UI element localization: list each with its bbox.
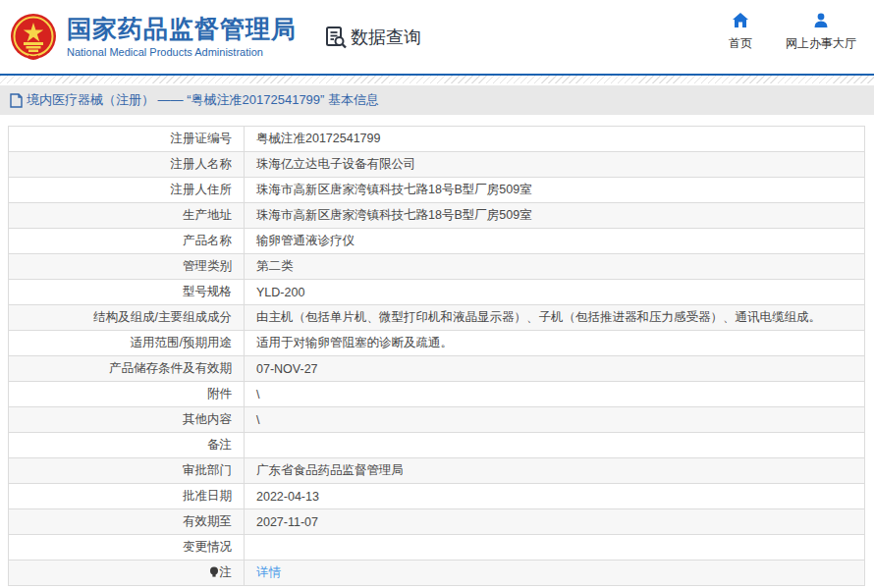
row-value: 由主机（包括单片机、微型打印机和液晶显示器）、子机（包括推进器和压力感受器）、通… (245, 305, 865, 331)
table-row: 型号规格YLD-200 (9, 280, 865, 305)
row-label: 产品储存条件及有效期 (9, 356, 245, 382)
page-header: 国家药品监督管理局 National Medical Products Admi… (0, 0, 874, 74)
row-label: 备注 (9, 433, 245, 458)
row-value: 粤械注准20172541799 (245, 127, 865, 152)
row-value: 珠海市高新区唐家湾镇科技七路18号B型厂房509室 (245, 203, 865, 229)
row-label: 附件 (9, 382, 245, 407)
row-label: 注册人住所 (9, 178, 245, 203)
table-row: 批准日期2022-04-13 (9, 484, 865, 509)
site-title-en: National Medical Products Administration (67, 46, 297, 58)
table-row: 产品储存条件及有效期07-NOV-27 (9, 356, 865, 382)
row-value: YLD-200 (245, 280, 865, 305)
table-row: 注详情 (9, 561, 865, 586)
nav-service-hall-label: 网上办事大厅 (786, 35, 856, 52)
row-value: \ (245, 407, 865, 433)
breadcrumb-text: 境内医疗器械（注册） —— “粤械注准20172541799” 基本信息 (27, 91, 379, 109)
nav-data-query-label: 数据查询 (351, 26, 421, 49)
nav-home[interactable]: 首页 (729, 12, 752, 52)
table-row: 管理类别第二类 (9, 254, 865, 280)
note-bulb-icon (209, 566, 219, 578)
nav-home-label: 首页 (729, 35, 752, 52)
person-icon (812, 12, 830, 29)
row-label: 其他内容 (9, 407, 245, 433)
row-value: 珠海亿立达电子设备有限公司 (245, 152, 865, 178)
row-label: 结构及组成/主要组成成分 (9, 305, 245, 331)
table-row: 其他内容\ (9, 407, 865, 433)
row-value (245, 535, 865, 561)
table-row: 产品名称输卵管通液诊疗仪 (9, 229, 865, 254)
row-label: 批准日期 (9, 484, 245, 509)
row-value: 输卵管通液诊疗仪 (245, 229, 865, 254)
nav-data-query[interactable]: 数据查询 (324, 26, 421, 49)
row-label: 管理类别 (9, 254, 245, 280)
row-value: 第二类 (245, 254, 865, 280)
row-value: 2027-11-07 (245, 509, 865, 535)
table-row: 变更情况 (9, 535, 865, 561)
table-row: 结构及组成/主要组成成分由主机（包括单片机、微型打印机和液晶显示器）、子机（包括… (9, 305, 865, 331)
row-label: 变更情况 (9, 535, 245, 561)
row-value (245, 433, 865, 458)
row-label: 注册证编号 (9, 127, 245, 152)
row-label: 审批部门 (9, 458, 245, 484)
detail-link[interactable]: 详情 (256, 565, 281, 579)
row-label: 注 (9, 561, 245, 586)
table-row: 注册人住所珠海市高新区唐家湾镇科技七路18号B型厂房509室 (9, 178, 865, 203)
table-row: 附件\ (9, 382, 865, 407)
nav-service-hall[interactable]: 网上办事大厅 (786, 12, 856, 52)
row-label: 有效期至 (9, 509, 245, 535)
document-search-icon (324, 26, 348, 49)
table-row: 审批部门广东省食品药品监督管理局 (9, 458, 865, 484)
row-label: 生产地址 (9, 203, 245, 229)
table-row: 备注 (9, 433, 865, 458)
row-value: 适用于对输卵管阻塞的诊断及疏通。 (245, 331, 865, 356)
table-row: 适用范围/预期用途适用于对输卵管阻塞的诊断及疏通。 (9, 331, 865, 356)
row-value: 07-NOV-27 (245, 356, 865, 382)
registration-info-table-wrap: 注册证编号粤械注准20172541799注册人名称珠海亿立达电子设备有限公司注册… (8, 126, 866, 586)
table-row: 注册人名称珠海亿立达电子设备有限公司 (9, 152, 865, 178)
breadcrumb: 境内医疗器械（注册） —— “粤械注准20172541799” 基本信息 (0, 85, 874, 115)
site-title-cn: 国家药品监督管理局 (67, 16, 297, 43)
registration-info-table: 注册证编号粤械注准20172541799注册人名称珠海亿立达电子设备有限公司注册… (8, 126, 865, 586)
row-value: 2022-04-13 (245, 484, 865, 509)
hatch-stripe-band (0, 76, 874, 83)
table-row: 注册证编号粤械注准20172541799 (9, 127, 865, 152)
row-value: 广东省食品药品监督管理局 (245, 458, 865, 484)
row-label: 型号规格 (9, 280, 245, 305)
row-label: 适用范围/预期用途 (9, 331, 245, 356)
home-icon (732, 12, 749, 29)
row-label: 产品名称 (9, 229, 245, 254)
national-emblem-icon (10, 13, 57, 62)
row-value: 珠海市高新区唐家湾镇科技七路18号B型厂房509室 (245, 178, 865, 203)
nmpa-logo: 国家药品监督管理局 National Medical Products Admi… (0, 13, 297, 62)
table-row: 有效期至2027-11-07 (9, 509, 865, 535)
row-label: 注册人名称 (9, 152, 245, 178)
page-doc-icon (10, 93, 23, 108)
row-value: \ (245, 382, 865, 407)
row-value: 详情 (245, 561, 865, 586)
table-row: 生产地址珠海市高新区唐家湾镇科技七路18号B型厂房509室 (9, 203, 865, 229)
